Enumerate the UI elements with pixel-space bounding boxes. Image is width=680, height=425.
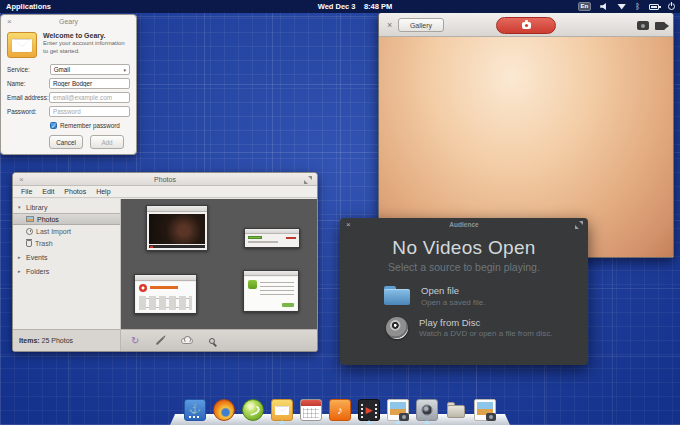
close-icon[interactable]: × [7,15,12,28]
photos-grid [121,199,317,329]
running-indicator [395,420,401,424]
password-row: Password: [7,106,130,117]
audience-window: × Audience No Videos Open Select a sourc… [340,218,588,365]
close-icon[interactable]: × [346,218,351,231]
thumb-gray-line [248,241,278,243]
remember-checkbox[interactable]: ✓ [50,122,57,129]
sidebar-item-photos[interactable]: Photos [13,213,120,225]
photos-titlebar: × Photos [13,173,317,186]
geary-titlebar: × Geary [1,15,136,28]
thumb-progress [248,236,262,239]
video-mode-icon[interactable] [655,22,665,30]
folder-icon [384,286,410,305]
clock-icon [26,228,33,235]
service-row: Service: Gmail ▾ [7,64,130,75]
photo-thumbnail[interactable] [134,274,197,314]
dock-item-plank[interactable]: ⚓ [184,399,206,421]
email-field[interactable] [49,92,130,103]
publish-icon[interactable] [181,338,193,344]
window-title: Audience [340,218,588,231]
close-icon[interactable]: × [387,13,392,37]
sidebar-library-header[interactable]: ▾ Library [13,201,120,213]
add-button[interactable]: Add [90,135,124,149]
play-icon: ▶ [359,400,379,420]
dock-item-music[interactable]: ♪ [329,399,351,421]
applications-menu[interactable]: Applications [6,0,51,13]
rotate-icon[interactable]: ↻ [131,336,139,346]
dock-item-photos[interactable] [387,399,409,421]
select-source-subheading: Select a source to begin playing. [340,261,588,273]
edit-icon[interactable] [156,336,164,344]
photo-thumbnail[interactable] [243,270,299,312]
thumb-green-button [282,303,294,307]
sidebar-item-last-import[interactable]: Last Import [13,225,120,237]
photo-icon [26,216,34,222]
dock-item-files[interactable] [445,399,467,421]
service-label: Service: [7,66,50,73]
sidebar-folders-header[interactable]: ▸ Folders [13,265,120,277]
password-field[interactable] [49,106,130,117]
sidebar-events-header[interactable]: ▸ Events [13,251,120,263]
photos-window: × Photos File Edit Photos Help ▾ Library… [12,172,318,352]
option-text: Play from Disc Watch a DVD or open a fil… [419,317,553,339]
music-note-icon: ♪ [337,404,343,416]
menu-photos[interactable]: Photos [59,186,91,197]
menu-edit[interactable]: Edit [37,186,59,197]
geary-welcome: Welcome to Geary. Enter your account inf… [7,32,130,58]
running-indicator [366,420,372,424]
name-field[interactable] [49,78,130,89]
thumb-text-lines [260,281,294,295]
geary-buttons: Cancel Add [7,135,124,149]
search-icon[interactable] [209,338,215,344]
volume-icon[interactable] [600,3,608,10]
open-file-option[interactable]: Open file Open a saved file. [384,285,588,307]
shutter-button[interactable] [496,17,556,34]
bluetooth-icon[interactable]: ᛒ [635,0,640,13]
top-panel: Applications Wed Dec 3 8:48 PM En ᛒ [0,0,680,13]
disc-icon [386,317,408,339]
maximize-icon[interactable] [304,176,312,184]
keyboard-layout-indicator[interactable]: En [578,2,592,11]
cancel-button[interactable]: Cancel [49,135,83,149]
dock-item-mail[interactable] [271,399,293,421]
close-icon[interactable]: × [19,173,24,186]
dock-item-videos[interactable]: ▶ [358,399,380,421]
thumb-window-chrome [147,206,207,212]
dock-item-camera[interactable] [416,399,438,421]
option-title: Open file [421,285,485,296]
thumb-rows [139,296,192,310]
window-title: Photos [13,173,317,186]
photos-sidebar: ▾ Library Photos Last Import Trash ▸ [13,199,121,329]
wifi-icon[interactable] [617,4,626,10]
option-title: Play from Disc [419,317,553,328]
camera-icon [522,22,531,29]
sidebar-item-label: Photos [37,216,59,223]
power-icon[interactable] [668,3,675,10]
name-label: Name: [7,80,49,87]
system-tray: En ᛒ [578,0,675,13]
photo-thumbnail[interactable] [244,228,300,248]
clock[interactable]: Wed Dec 3 8:48 PM [280,0,430,13]
maximize-icon[interactable] [575,221,583,229]
menu-file[interactable]: File [16,186,37,197]
photo-mode-icon[interactable] [637,21,649,30]
thumb-window-chrome [244,271,298,276]
calendar-header [301,400,321,406]
dock: ⚓ ♪ ▶ [180,399,500,425]
gallery-button[interactable]: Gallery [398,18,444,32]
items-count: Items: 25 Photos [13,329,121,351]
battery-icon[interactable] [649,4,659,10]
plank-dots [189,416,201,418]
photo-thumbnail[interactable] [146,205,208,251]
events-label: Events [26,254,47,261]
service-select[interactable]: Gmail ▾ [50,64,130,75]
dock-item-screenshot[interactable] [474,399,496,421]
thumb-progress-row [245,234,299,239]
dock-item-calendar[interactable] [300,399,322,421]
sidebar-item-trash[interactable]: Trash [13,237,120,249]
dock-item-firefox[interactable] [213,399,235,421]
dock-item-midori[interactable] [242,399,264,421]
running-indicator [279,420,285,424]
play-from-disc-option[interactable]: Play from Disc Watch a DVD or open a fil… [384,317,588,339]
menu-help[interactable]: Help [91,186,115,197]
